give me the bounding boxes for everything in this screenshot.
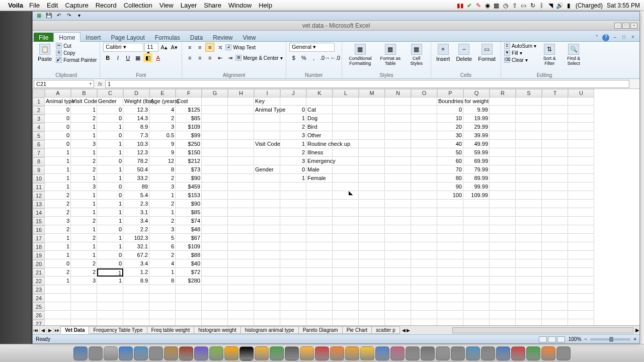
format-cells-button[interactable]: ▭Format xyxy=(476,43,498,63)
cell[interactable] xyxy=(385,192,411,200)
cell[interactable] xyxy=(359,98,385,106)
cell[interactable]: 0 xyxy=(97,106,123,114)
cell[interactable] xyxy=(228,294,254,302)
number-format-select[interactable]: General ▾ xyxy=(289,43,335,52)
cell[interactable]: $250 xyxy=(176,140,202,148)
cell[interactable] xyxy=(202,311,228,319)
cell[interactable] xyxy=(254,234,280,242)
dock-app-icon[interactable] xyxy=(134,346,148,360)
cell[interactable] xyxy=(411,320,437,325)
cell[interactable]: $40 xyxy=(176,260,202,268)
cell[interactable] xyxy=(490,140,516,148)
cell[interactable] xyxy=(306,192,333,200)
align-center-icon[interactable]: ≡ xyxy=(195,53,204,62)
cell[interactable] xyxy=(306,200,333,208)
cell[interactable]: 0 xyxy=(437,106,463,114)
cell[interactable]: 29.99 xyxy=(463,123,490,131)
cell[interactable] xyxy=(228,226,254,234)
cell[interactable]: 1 xyxy=(97,174,123,183)
dock-app-icon[interactable] xyxy=(436,346,450,360)
cell[interactable] xyxy=(228,260,254,268)
cell[interactable]: 8 xyxy=(149,166,176,174)
cell[interactable] xyxy=(254,226,280,234)
cell[interactable]: 12.3 xyxy=(123,106,149,114)
cell[interactable]: 1 xyxy=(97,140,123,148)
dock-app-icon[interactable] xyxy=(255,346,269,360)
cell[interactable] xyxy=(542,320,568,325)
menu-record[interactable]: Record xyxy=(96,2,117,9)
cell[interactable]: 2 xyxy=(71,115,97,123)
dock-app-icon[interactable] xyxy=(526,346,540,360)
cell[interactable] xyxy=(359,260,385,268)
close-button[interactable]: × xyxy=(630,23,637,29)
cell[interactable]: Dog xyxy=(306,115,333,123)
cell[interactable] xyxy=(516,234,542,242)
cell[interactable] xyxy=(254,243,280,251)
cell[interactable] xyxy=(202,200,228,208)
cell[interactable]: 10.3 xyxy=(123,140,149,148)
cell[interactable] xyxy=(411,149,437,157)
cell[interactable] xyxy=(254,192,280,200)
col-header[interactable]: L xyxy=(333,89,359,98)
cell[interactable] xyxy=(568,115,594,123)
cell[interactable]: Male xyxy=(306,166,333,174)
row-header[interactable]: 1 xyxy=(33,98,45,106)
cell[interactable] xyxy=(359,157,385,165)
cell[interactable] xyxy=(490,294,516,302)
cell[interactable] xyxy=(490,183,516,191)
cell[interactable]: 2 xyxy=(71,268,97,277)
pause-icon[interactable]: ▮▮ xyxy=(456,2,465,9)
cell[interactable]: 1 xyxy=(97,268,123,277)
cell[interactable]: 3 xyxy=(149,123,176,131)
cell[interactable] xyxy=(411,132,437,140)
cell[interactable] xyxy=(202,268,228,277)
cell[interactable] xyxy=(385,226,411,234)
cell[interactable] xyxy=(542,209,568,217)
cell[interactable]: $153 xyxy=(176,192,202,200)
cell[interactable]: 6 xyxy=(149,243,176,251)
cell[interactable] xyxy=(228,200,254,208)
cell[interactable] xyxy=(359,149,385,157)
cell[interactable] xyxy=(123,286,149,294)
cell[interactable] xyxy=(568,98,594,106)
cell[interactable]: 3.4 xyxy=(123,217,149,225)
cell-styles-button[interactable]: ▦Cell Styles xyxy=(406,43,428,67)
cell[interactable] xyxy=(385,183,411,191)
cell[interactable]: 0 xyxy=(280,166,306,174)
cell[interactable]: $99 xyxy=(176,132,202,140)
dock-app-icon[interactable] xyxy=(466,346,480,360)
row-header[interactable]: 9 xyxy=(33,166,45,174)
cell[interactable]: 1 xyxy=(97,123,123,131)
cell[interactable] xyxy=(306,217,333,225)
sheet-nav-first-icon[interactable]: ⏮ xyxy=(33,328,40,333)
cell[interactable] xyxy=(306,286,333,294)
tab-home[interactable]: Home xyxy=(53,32,80,43)
cell[interactable] xyxy=(333,174,359,183)
cell[interactable]: $459 xyxy=(176,183,202,191)
cell[interactable] xyxy=(254,174,280,183)
cell[interactable]: 1 xyxy=(45,183,71,191)
cell[interactable] xyxy=(97,294,123,302)
cell[interactable]: 7.3 xyxy=(123,132,149,140)
cell[interactable] xyxy=(516,192,542,200)
cell[interactable] xyxy=(568,234,594,242)
cell[interactable] xyxy=(568,268,594,277)
cell[interactable] xyxy=(490,132,516,140)
cell[interactable] xyxy=(437,217,463,225)
cell[interactable] xyxy=(306,260,333,268)
cell[interactable] xyxy=(411,209,437,217)
cell[interactable] xyxy=(463,311,490,319)
menu-collection[interactable]: Collection xyxy=(124,2,152,9)
cell[interactable] xyxy=(202,115,228,123)
cell[interactable]: 12 xyxy=(149,157,176,165)
clock-icon[interactable]: ◷ xyxy=(501,2,510,9)
cell[interactable]: 2 xyxy=(149,251,176,259)
cell[interactable] xyxy=(149,294,176,302)
cell[interactable]: 1 xyxy=(97,277,123,285)
cell[interactable] xyxy=(463,268,490,277)
cell[interactable]: 4 xyxy=(149,260,176,268)
row-header[interactable]: 15 xyxy=(33,217,45,226)
cell[interactable] xyxy=(254,200,280,208)
cell[interactable] xyxy=(490,106,516,114)
menu-view[interactable]: View xyxy=(159,2,174,9)
